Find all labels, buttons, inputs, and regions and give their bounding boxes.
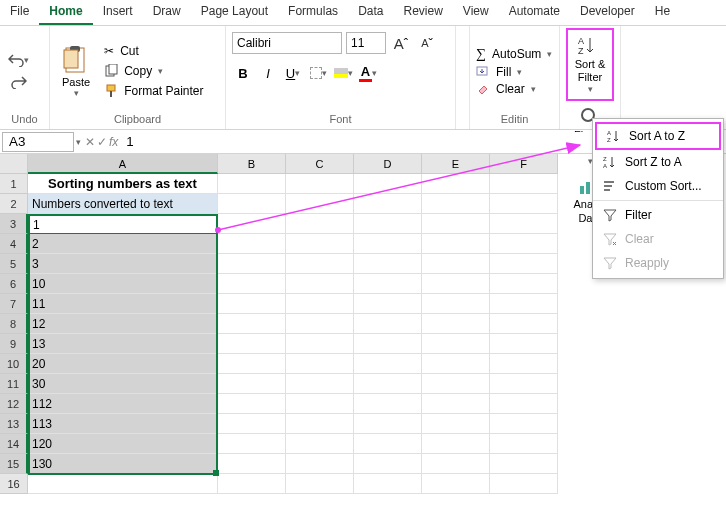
tab-data[interactable]: Data <box>348 0 393 25</box>
row-header-6[interactable]: 6 <box>0 274 28 294</box>
italic-button[interactable]: I <box>257 62 279 84</box>
cancel-formula-icon[interactable]: ✕ <box>85 135 95 149</box>
cell-a5[interactable]: 3 <box>28 254 218 274</box>
bold-button[interactable]: B <box>232 62 254 84</box>
svg-text:Z: Z <box>603 156 607 162</box>
cell-a11[interactable]: 30 <box>28 374 218 394</box>
scissors-icon: ✂ <box>104 44 114 58</box>
cell-a4[interactable]: 2 <box>28 234 218 254</box>
tab-developer[interactable]: Developer <box>570 0 645 25</box>
cell-a6[interactable]: 10 <box>28 274 218 294</box>
col-header-a[interactable]: A <box>28 154 218 174</box>
svg-rect-6 <box>110 91 112 97</box>
cell-a8[interactable]: 12 <box>28 314 218 334</box>
filter-item[interactable]: Filter <box>593 203 723 227</box>
row-header-13[interactable]: 13 <box>0 414 28 434</box>
col-header-e[interactable]: E <box>422 154 490 174</box>
decrease-font-icon[interactable]: Aˇ <box>416 32 438 54</box>
row-header-2[interactable]: 2 <box>0 194 28 214</box>
ribbon-tabs: File Home Insert Draw Page Layout Formul… <box>0 0 726 26</box>
tab-help[interactable]: He <box>645 0 680 25</box>
clear-button[interactable]: Clear▾ <box>476 82 552 96</box>
tab-automate[interactable]: Automate <box>499 0 570 25</box>
underline-button[interactable]: U▾ <box>282 62 304 84</box>
cell-a9[interactable]: 13 <box>28 334 218 354</box>
font-size-input[interactable] <box>346 32 386 54</box>
border-button[interactable]: ▾ <box>307 62 329 84</box>
cell-a2[interactable]: Numbers converted to text <box>28 194 218 214</box>
row-header-10[interactable]: 10 <box>0 354 28 374</box>
col-header-f[interactable]: F <box>490 154 558 174</box>
font-color-button[interactable]: A▾ <box>357 62 379 84</box>
sigma-icon: ∑ <box>476 46 486 62</box>
custom-sort-item[interactable]: Custom Sort... <box>593 174 723 198</box>
fill-down-icon <box>476 66 490 78</box>
svg-rect-19 <box>604 185 612 187</box>
cell-a14[interactable]: 120 <box>28 434 218 454</box>
svg-text:Z: Z <box>578 46 584 56</box>
tab-view[interactable]: View <box>453 0 499 25</box>
col-header-c[interactable]: C <box>286 154 354 174</box>
fx-icon[interactable]: fx <box>109 135 118 149</box>
align-group <box>456 26 470 129</box>
funnel-icon <box>603 208 617 222</box>
fill-color-button[interactable]: ▾ <box>332 62 354 84</box>
cell-a16[interactable] <box>28 474 218 494</box>
name-box[interactable] <box>2 132 74 152</box>
cell-b1[interactable] <box>218 174 286 194</box>
fill-button[interactable]: Fill▾ <box>476 65 552 79</box>
copy-icon <box>104 64 118 78</box>
row-header-4[interactable]: 4 <box>0 234 28 254</box>
redo-button[interactable] <box>9 73 29 91</box>
editing-group: ∑AutoSum▾ Fill▾ Clear▾ Editin <box>470 26 560 129</box>
cell-a13[interactable]: 113 <box>28 414 218 434</box>
svg-rect-20 <box>604 189 610 191</box>
cell-a10[interactable]: 20 <box>28 354 218 374</box>
row-header-14[interactable]: 14 <box>0 434 28 454</box>
format-painter-button[interactable]: Format Painter <box>100 82 207 100</box>
row-header-15[interactable]: 15 <box>0 454 28 474</box>
cut-button[interactable]: ✂Cut <box>100 42 207 60</box>
brush-icon <box>104 84 118 98</box>
sort-a-to-z-item[interactable]: AZ Sort A to Z <box>595 122 721 150</box>
cell-a12[interactable]: 112 <box>28 394 218 414</box>
tab-insert[interactable]: Insert <box>93 0 143 25</box>
row-header-5[interactable]: 5 <box>0 254 28 274</box>
sort-filter-button[interactable]: AZ Sort & Filter▾ <box>566 28 614 101</box>
cell-a15[interactable]: 130 <box>28 454 218 474</box>
tab-file[interactable]: File <box>0 0 39 25</box>
cell-a3[interactable]: 1 <box>28 214 218 234</box>
autosum-button[interactable]: ∑AutoSum▾ <box>476 46 552 62</box>
sort-find-analyze-group: AZ Sort & Filter▾ Find & Select▾ Analyz … <box>560 26 621 129</box>
tab-home[interactable]: Home <box>39 0 92 25</box>
undo-group-label: Undo <box>6 113 43 127</box>
reapply-item: Reapply <box>593 251 723 275</box>
cell-a7[interactable]: 11 <box>28 294 218 314</box>
tab-page-layout[interactable]: Page Layout <box>191 0 278 25</box>
select-all-corner[interactable] <box>0 154 28 174</box>
row-header-16[interactable]: 16 <box>0 474 28 494</box>
row-header-8[interactable]: 8 <box>0 314 28 334</box>
tab-draw[interactable]: Draw <box>143 0 191 25</box>
increase-font-icon[interactable]: Aˆ <box>390 32 412 54</box>
row-header-12[interactable]: 12 <box>0 394 28 414</box>
col-header-b[interactable]: B <box>218 154 286 174</box>
tab-review[interactable]: Review <box>393 0 452 25</box>
sort-az-icon: AZ <box>607 129 621 143</box>
enter-formula-icon[interactable]: ✓ <box>97 135 107 149</box>
sort-z-to-a-item[interactable]: ZA Sort Z to A <box>593 150 723 174</box>
funnel-clear-icon <box>603 232 617 246</box>
row-header-1[interactable]: 1 <box>0 174 28 194</box>
row-header-7[interactable]: 7 <box>0 294 28 314</box>
tab-formulas[interactable]: Formulas <box>278 0 348 25</box>
row-header-9[interactable]: 9 <box>0 334 28 354</box>
row-header-11[interactable]: 11 <box>0 374 28 394</box>
font-name-input[interactable] <box>232 32 342 54</box>
copy-button[interactable]: Copy▾ <box>100 62 207 80</box>
col-header-d[interactable]: D <box>354 154 422 174</box>
paste-button[interactable]: Paste ▾ <box>56 42 96 100</box>
row-header-3[interactable]: 3 <box>0 214 28 234</box>
svg-rect-4 <box>109 64 117 74</box>
cell-a1[interactable]: Sorting numbers as text <box>28 174 218 194</box>
undo-button[interactable]: ▾ <box>6 51 31 69</box>
